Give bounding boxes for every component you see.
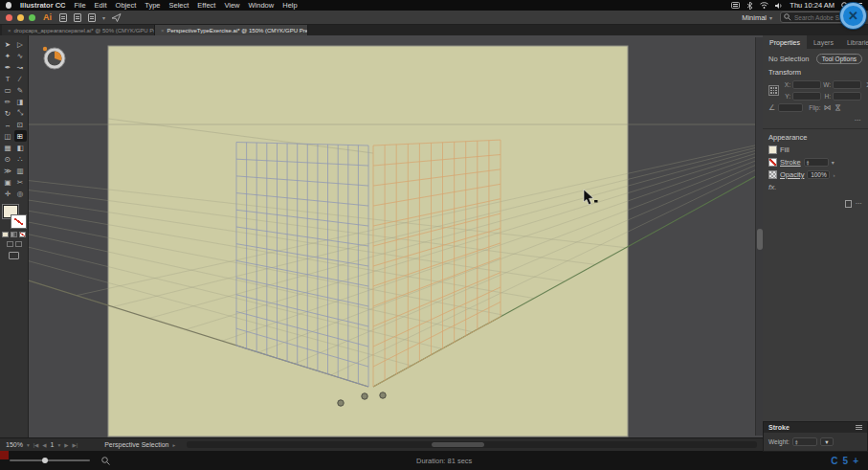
magic-wand-tool[interactable]: ✦ bbox=[2, 50, 14, 61]
w-field[interactable] bbox=[833, 80, 861, 89]
zoom-dropdown-icon[interactable]: ▾ bbox=[27, 442, 30, 448]
horizontal-scrollbar[interactable] bbox=[187, 441, 757, 448]
prev-artboard-button[interactable]: ◀ bbox=[42, 442, 46, 448]
vertical-scrollbar[interactable] bbox=[755, 37, 763, 436]
perspective-selection-tool[interactable]: ⊞ bbox=[14, 130, 27, 142]
artboard-number[interactable]: 1 bbox=[51, 441, 55, 448]
share-icon[interactable] bbox=[112, 13, 122, 22]
zoom-window-button[interactable] bbox=[29, 14, 35, 21]
document-canvas[interactable] bbox=[29, 35, 763, 437]
opacity-link[interactable]: Opacity bbox=[780, 170, 804, 179]
artboard-dropdown-icon[interactable]: ▾ bbox=[57, 442, 60, 448]
apple-logo-icon[interactable] bbox=[6, 2, 11, 9]
flip-vertical-icon[interactable]: ⋈ bbox=[834, 104, 842, 112]
workspace-switcher[interactable]: Minimal ▾ bbox=[742, 13, 772, 22]
close-tab-icon[interactable]: × bbox=[8, 28, 11, 34]
save-document-icon[interactable] bbox=[88, 13, 96, 22]
pencil-tool[interactable]: ✏ bbox=[2, 96, 14, 107]
mesh-tool[interactable]: ▦ bbox=[2, 142, 14, 153]
menu-item-window[interactable]: Window bbox=[249, 1, 275, 10]
new-document-icon[interactable] bbox=[59, 13, 67, 22]
stroke-link[interactable]: Stroke bbox=[780, 158, 801, 167]
video-bar-icon[interactable]: 5 bbox=[843, 456, 849, 466]
x-field[interactable] bbox=[792, 80, 821, 89]
menu-item-view[interactable]: View bbox=[224, 1, 239, 10]
y-field[interactable] bbox=[792, 92, 821, 101]
fill-color-swatch[interactable] bbox=[768, 145, 777, 154]
menu-item-object[interactable]: Object bbox=[116, 1, 137, 10]
rotate-tool[interactable]: ↻ bbox=[2, 107, 14, 119]
menu-item-edit[interactable]: Edit bbox=[95, 1, 107, 10]
chevron-down-icon[interactable]: ▾ bbox=[102, 14, 105, 21]
gradient-tool[interactable]: ◧ bbox=[14, 142, 27, 153]
lasso-tool[interactable]: ∿ bbox=[14, 50, 27, 61]
paintbrush-tool[interactable]: ✎ bbox=[14, 84, 27, 96]
transform-more-options[interactable]: ⋯ bbox=[855, 116, 863, 124]
panel-menu-icon[interactable] bbox=[856, 425, 862, 430]
menu-item-help[interactable]: Help bbox=[282, 1, 297, 10]
shape-builder-tool[interactable]: ◫ bbox=[2, 130, 14, 142]
menu-item-select[interactable]: Select bbox=[169, 1, 189, 10]
panel-tab-properties[interactable]: Properties bbox=[763, 35, 807, 49]
stroke-panel-title[interactable]: Stroke bbox=[768, 424, 790, 431]
horizontal-scrollbar-thumb[interactable] bbox=[432, 442, 484, 447]
close-window-button[interactable] bbox=[6, 14, 12, 21]
video-progress-slider[interactable] bbox=[10, 459, 90, 461]
weight-dropdown[interactable]: ▾ bbox=[820, 437, 834, 446]
pen-tool[interactable]: ✒ bbox=[2, 61, 14, 73]
opacity-options-arrow[interactable]: › bbox=[833, 172, 835, 178]
draw-behind-button[interactable] bbox=[15, 241, 22, 247]
menu-item-file[interactable]: File bbox=[75, 1, 86, 10]
appearance-more-options[interactable]: ⋯ bbox=[856, 199, 863, 208]
free-transform-tool[interactable]: ⊡ bbox=[14, 119, 27, 130]
menu-item-type[interactable]: Type bbox=[145, 1, 160, 10]
panel-tab-layers[interactable]: Layers bbox=[807, 35, 840, 49]
magnifier-icon[interactable] bbox=[101, 457, 110, 465]
zoom-tool[interactable]: ◎ bbox=[14, 188, 27, 199]
stroke-weight-dropdown-icon[interactable]: ▾ bbox=[832, 159, 835, 166]
next-artboard-button[interactable]: ▶ bbox=[64, 442, 68, 448]
hand-tool[interactable]: ✛ bbox=[2, 188, 14, 199]
artboard-tool[interactable]: ▣ bbox=[2, 176, 14, 188]
document-tab[interactable]: ×dropcaps_appearancepanel.ai* @ 50% (CMY… bbox=[2, 25, 155, 35]
rectangle-tool[interactable]: ▭ bbox=[2, 84, 14, 96]
draw-normal-button[interactable] bbox=[7, 241, 13, 247]
direct-selection-tool[interactable]: ▷ bbox=[14, 38, 27, 50]
flip-horizontal-icon[interactable]: ⋈ bbox=[823, 103, 831, 112]
width-tool[interactable]: ↔ bbox=[2, 119, 14, 130]
scale-tool[interactable]: ⤡ bbox=[14, 107, 27, 119]
slider-knob[interactable] bbox=[42, 458, 48, 463]
tutorial-close-button[interactable]: ✕ bbox=[840, 3, 866, 29]
none-button[interactable] bbox=[19, 232, 26, 237]
tool-options-button[interactable]: Tool Options bbox=[816, 54, 862, 64]
video-bar-icon[interactable]: C bbox=[831, 456, 837, 466]
appearance-panel-icon[interactable] bbox=[845, 200, 852, 208]
reference-point-locator[interactable] bbox=[768, 85, 779, 96]
weight-stepper[interactable]: ▴▾ bbox=[792, 437, 817, 446]
effects-fx-icon[interactable]: fx. bbox=[768, 183, 776, 191]
first-artboard-button[interactable]: |◀ bbox=[33, 442, 39, 448]
blend-tool[interactable]: ∴ bbox=[14, 153, 27, 165]
opacity-value-field[interactable]: 100% bbox=[807, 170, 830, 179]
gradient-button[interactable] bbox=[11, 232, 17, 237]
perspective-grid-canvas[interactable] bbox=[29, 35, 763, 437]
stroke-color-swatch[interactable] bbox=[768, 158, 777, 167]
stroke-swatch[interactable] bbox=[11, 215, 26, 228]
screen-mode-button[interactable] bbox=[9, 252, 19, 259]
video-bar-icon[interactable]: + bbox=[853, 456, 858, 466]
curvature-tool[interactable]: ↝ bbox=[14, 61, 27, 73]
document-tab[interactable]: ×PerspectiveTypeExercise.ai* @ 150% (CMY… bbox=[155, 25, 308, 35]
minimize-window-button[interactable] bbox=[17, 14, 24, 21]
stroke-weight-stepper[interactable]: ▴▾ bbox=[804, 158, 829, 167]
open-document-icon[interactable] bbox=[74, 13, 81, 22]
eraser-tool[interactable]: ◨ bbox=[14, 96, 27, 107]
menu-item-effect[interactable]: Effect bbox=[197, 1, 215, 10]
selection-tool[interactable]: ➤ bbox=[2, 38, 14, 50]
slice-tool[interactable]: ✂ bbox=[14, 176, 27, 188]
vertical-scrollbar-thumb[interactable] bbox=[757, 229, 763, 250]
menu-item-illustrator-cc[interactable]: Illustrator CC bbox=[20, 1, 66, 10]
symbol-sprayer-tool[interactable]: ≫ bbox=[2, 165, 14, 176]
zoom-level[interactable]: 150% bbox=[6, 441, 23, 448]
color-button[interactable] bbox=[2, 232, 9, 237]
status-menu-arrow[interactable]: ▸ bbox=[172, 442, 175, 448]
